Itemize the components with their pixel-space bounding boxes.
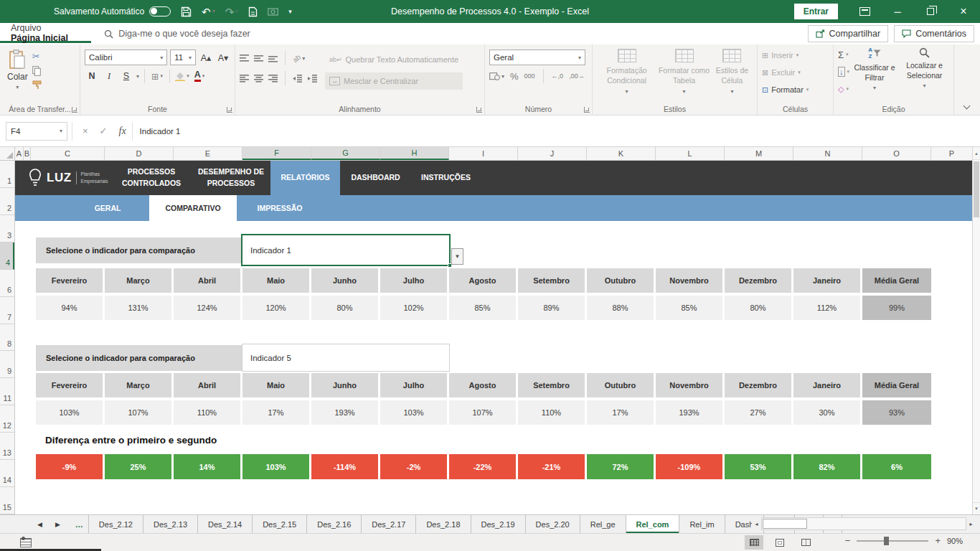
column-header[interactable]: N [793,147,862,160]
indicator2-value-cell[interactable]: 110% [518,400,587,425]
row-header[interactable]: 4 [0,242,14,270]
month-header-cell[interactable]: Novembro [656,373,725,397]
restore-button[interactable] [914,0,947,23]
vertical-scrollbar[interactable]: ▲ ▼ [972,147,980,514]
autosave-toggle[interactable] [149,6,171,17]
row-header[interactable]: 11 [0,378,14,405]
decrease-indent-button[interactable] [293,75,303,83]
indicator1-value-cell[interactable]: 88% [587,296,656,320]
minimize-button[interactable]: ─ [881,0,914,23]
month-header-cell[interactable]: Média Geral [862,373,931,397]
template-submenu-item[interactable]: IMPRESSÃO [251,195,308,221]
zoom-in-icon[interactable]: + [935,535,941,546]
sheet-tab[interactable]: Des_2.19 [471,515,526,533]
paste-button[interactable]: Colar ▾ [7,48,28,103]
number-format-select[interactable]: Geral▾ [489,50,585,65]
indicator1-value-cell[interactable]: 131% [105,296,174,320]
row-header[interactable]: 3 [0,215,14,242]
align-left-button[interactable] [240,75,249,83]
clear-button[interactable]: ◇▾ [838,82,849,96]
month-header-cell[interactable]: Agosto [449,373,518,397]
select-all-corner[interactable] [0,147,15,160]
column-header[interactable]: P [931,147,972,160]
tell-me-search[interactable]: Diga-me o que você deseja fazer [104,23,250,44]
zoom-level[interactable]: 90% [947,537,963,545]
column-header[interactable]: E [174,147,242,160]
month-header-cell[interactable]: Fevereiro [36,268,105,293]
sheet-tab[interactable]: Des_2.12 [89,515,143,533]
sheet-tab[interactable]: Rel_com [626,515,680,533]
undo-button[interactable]: ↶▾ [202,6,215,17]
percent-style-button[interactable]: % [510,71,519,82]
row-header[interactable]: 6 [0,270,14,297]
copy-button[interactable] [32,66,42,76]
page-break-view-button[interactable] [796,535,815,550]
difference-value-cell[interactable]: 53% [725,454,793,479]
month-header-cell[interactable]: Setembro [518,373,587,397]
increase-indent-button[interactable] [308,75,318,83]
underline-dropdown-icon[interactable]: ▾ [136,73,139,80]
insert-function-icon[interactable]: fx [119,126,126,137]
fill-button[interactable]: ↓▾ [838,65,849,79]
indicator1-value-cell[interactable]: 85% [656,296,725,320]
column-header[interactable]: J [518,147,587,160]
difference-value-cell[interactable]: -109% [656,454,725,479]
difference-value-cell[interactable]: 103% [242,454,311,479]
sheet-tab[interactable]: … [70,515,89,533]
print-preview-icon[interactable] [248,6,258,17]
autosave-control[interactable]: Salvamento Automático [54,6,171,17]
sign-in-button[interactable]: Entrar [794,4,838,19]
align-bottom-button[interactable] [268,55,278,62]
indicator2-value-cell[interactable]: 107% [449,400,518,425]
align-top-button[interactable] [240,55,249,62]
template-menu-item[interactable]: RELATÓRIOS [270,161,340,195]
align-center-button[interactable] [254,75,263,83]
template-menu-item[interactable]: INSTRUÇÕES [411,161,481,195]
number-dialog-launcher-icon[interactable] [584,107,590,113]
align-right-button[interactable] [268,75,278,83]
column-header[interactable]: K [587,147,656,160]
column-header[interactable]: O [862,147,931,160]
month-header-cell[interactable]: Agosto [449,268,518,293]
indicator2-value-cell[interactable]: 27% [725,400,793,425]
scroll-left-icon[interactable]: ◂ [752,517,761,530]
month-header-cell[interactable]: Junho [311,268,380,293]
month-header-cell[interactable]: Março [105,373,174,397]
column-header[interactable]: C [31,147,105,160]
indicator2-value-cell[interactable]: 103% [36,400,105,425]
save-icon[interactable] [181,6,192,17]
share-button[interactable]: Compartilhar [808,25,889,42]
zoom-slider[interactable] [857,540,928,542]
month-header-cell[interactable]: Junho [311,373,380,397]
confirm-entry-icon[interactable]: ✓ [100,126,108,136]
column-header[interactable]: A [15,147,24,160]
indicator-select-cell-2[interactable]: Indicador 5 [242,344,450,372]
template-menu-item[interactable]: DASHBOARD [340,161,411,195]
month-header-cell[interactable]: Setembro [518,268,587,293]
indicator2-value-cell[interactable]: 30% [793,400,862,425]
borders-button[interactable]: ⊞▾ [150,68,164,84]
row-header[interactable]: 8 [0,324,14,352]
difference-value-cell[interactable]: 14% [174,454,242,479]
row-header[interactable]: 15 [0,487,14,514]
indicator2-value-cell[interactable]: 193% [656,400,725,425]
month-header-cell[interactable]: Janeiro [793,268,862,293]
column-header[interactable]: G [311,147,380,160]
cut-button[interactable]: ✂ [32,51,42,62]
month-header-cell[interactable]: Março [105,268,174,293]
month-header-cell[interactable]: Fevereiro [36,373,105,397]
autosum-button[interactable]: Σ▾ [838,47,849,62]
template-submenu-item[interactable]: COMPARATIVO [149,195,237,221]
zoom-slider-thumb[interactable] [884,537,889,545]
difference-value-cell[interactable]: -9% [36,454,105,479]
increase-decimal-button[interactable]: ←,0 [552,72,564,80]
indicator2-value-cell[interactable]: 107% [105,400,174,425]
month-header-cell[interactable]: Abril [174,268,242,293]
sheet-tab[interactable]: Des_2.18 [416,515,471,533]
sheet-tab[interactable]: Des_2.13 [143,515,198,533]
indicator1-value-cell[interactable]: 124% [174,296,242,320]
indicator2-value-cell[interactable]: 17% [242,400,311,425]
customize-qat-icon[interactable]: ▾ [288,9,292,15]
macro-record-icon[interactable] [20,538,32,547]
difference-value-cell[interactable]: -21% [518,454,587,479]
